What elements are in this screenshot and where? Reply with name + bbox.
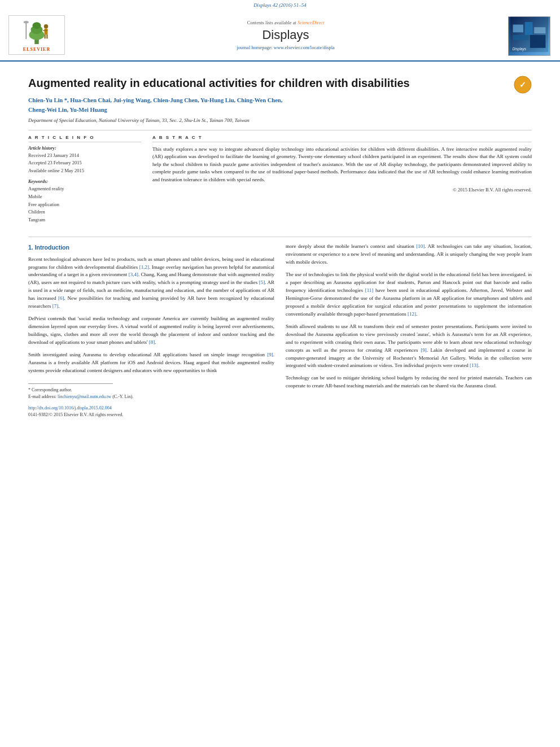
crossmark-icon: ✓ — [514, 76, 532, 94]
journal-reference: Displays 42 (2016) 51–54 — [0, 0, 560, 9]
ref-1-2[interactable]: [1,2] — [139, 264, 149, 270]
journal-ref-text: Displays 42 (2016) 51–54 — [253, 2, 307, 8]
svg-rect-12 — [513, 25, 523, 33]
abstract-copyright: © 2015 Elsevier B.V. All rights reserved… — [152, 187, 532, 193]
svg-rect-13 — [524, 22, 532, 35]
header-divider — [28, 130, 532, 130]
right-para2: The use of technologies to link the phys… — [286, 271, 532, 318]
right-para3: Smith allowed students to use AR to tran… — [286, 323, 532, 370]
ref-9b[interactable]: [9] — [421, 347, 427, 353]
affiliation-text: Department of Special Education, Nationa… — [28, 117, 250, 123]
keyword-1: Augmented reality — [28, 185, 141, 193]
sciencedirect-line: Contents lists available at ScienceDirec… — [73, 20, 498, 25]
available-date: Available online 2 May 2015 — [28, 167, 141, 175]
journal-title: Displays — [73, 28, 498, 42]
svg-point-3 — [33, 22, 41, 29]
elsevier-tree-icon — [20, 18, 54, 46]
keywords-label: Keywords: — [28, 179, 141, 184]
journal-header: ELSEVIER Contents lists available at Sci… — [0, 9, 560, 62]
affiliation: Department of Special Education, Nationa… — [28, 117, 532, 123]
displays-thumbnail: Displays — [504, 14, 554, 56]
keyword-4: Children — [28, 208, 141, 216]
intro-heading: 1. Introduction — [28, 243, 274, 252]
displays-cover-graphic: Displays — [510, 15, 548, 54]
keyword-5: Tangram — [28, 216, 141, 224]
right-para4: Technology can be used to mitigate shrin… — [286, 374, 532, 390]
ref-11[interactable]: [11] — [365, 287, 374, 293]
body-section: 1. Introduction Recent technological adv… — [28, 243, 532, 418]
svg-point-10 — [24, 20, 29, 23]
sciencedirect-link[interactable]: ScienceDirect — [298, 20, 324, 25]
svg-point-4 — [44, 24, 49, 28]
keywords-section: Keywords: Augmented reality Mobile Free … — [28, 179, 141, 224]
article-title-text: Augmented reality in educational activit… — [28, 77, 410, 89]
article-title: ✓ Augmented reality in educational activ… — [28, 76, 532, 90]
svg-text:✓: ✓ — [519, 80, 526, 89]
keyword-2: Mobile — [28, 193, 141, 201]
intro-para2: DePriest contends that 'social media tec… — [28, 315, 274, 347]
homepage-url: journal homepage: www.elsevier.com/locat… — [237, 45, 335, 50]
footer-bar: http://dx.doi.org/10.1016/j.displa.2015.… — [28, 405, 274, 418]
svg-rect-7 — [45, 34, 46, 38]
authors-line1: Chien-Yu Lin *, Hua-Chen Chai, Jui-ying … — [28, 97, 282, 103]
keyword-3: Free application — [28, 201, 141, 209]
displays-cover-image: Displays — [508, 16, 550, 56]
footnote-corresponding: * Corresponding author. — [28, 387, 274, 394]
article-history: Article history: Received 23 January 201… — [28, 146, 141, 175]
ref-8[interactable]: [8] — [149, 339, 155, 345]
contents-label: Contents lists available at — [247, 20, 296, 25]
elsevier-logo-container: ELSEVIER — [6, 14, 68, 56]
elsevier-logo: ELSEVIER — [8, 15, 65, 55]
email-link[interactable]: linchienyu@mail.nutn.edu.tw — [58, 394, 111, 399]
intro-para3: Smith investigated using Aurasma to deve… — [28, 351, 274, 375]
received-date: Received 23 January 2014 — [28, 152, 141, 160]
ref-7[interactable]: [7] — [53, 303, 59, 309]
svg-rect-16 — [530, 35, 545, 48]
svg-rect-14 — [534, 27, 545, 33]
footnote-email: E-mail address: linchienyu@mail.nutn.edu… — [28, 394, 274, 400]
article-info-header: A R T I C L E I N F O — [28, 135, 141, 142]
info-abstract-section: A R T I C L E I N F O Article history: R… — [28, 135, 532, 229]
email-label: E-mail address: — [28, 394, 56, 399]
ref-10[interactable]: [10] — [416, 243, 425, 249]
email-suffix: (C.-Y. Lin). — [112, 394, 133, 399]
journal-homepage: journal homepage: www.elsevier.com/locat… — [73, 45, 498, 50]
ref-5[interactable]: [5] — [259, 279, 265, 285]
journal-header-center: Contents lists available at ScienceDirec… — [73, 14, 498, 56]
abstract-column: A B S T R A C T This study explores a ne… — [152, 135, 532, 229]
right-para1: more deeply about the mobile learner's c… — [286, 243, 532, 267]
abstract-text: This study explores a new way to integra… — [152, 146, 532, 184]
article-content: ✓ Augmented reality in educational activ… — [0, 62, 560, 427]
elsevier-brand-text: ELSEVIER — [23, 47, 50, 52]
authors-line2: Cheng-Wei Lin, Yu-Mei Huang — [28, 107, 107, 113]
article-info-column: A R T I C L E I N F O Article history: R… — [28, 135, 141, 229]
svg-rect-15 — [513, 35, 528, 40]
body-divider — [28, 237, 532, 237]
ref-13[interactable]: [13] — [470, 362, 478, 368]
ref-12[interactable]: [12] — [408, 311, 416, 317]
accepted-date: Accepted 23 February 2015 — [28, 159, 141, 167]
abstract-header: A B S T R A C T — [152, 135, 532, 142]
svg-text:Displays: Displays — [512, 47, 526, 51]
doi-link[interactable]: http://dx.doi.org/10.1016/j.displa.2015.… — [28, 405, 274, 412]
history-label: Article history: — [28, 146, 141, 151]
footnote-divider — [28, 383, 113, 384]
ref-9[interactable]: [9] — [267, 352, 273, 357]
body-left-column: 1. Introduction Recent technological adv… — [28, 243, 274, 418]
svg-rect-5 — [45, 28, 48, 34]
svg-rect-9 — [26, 22, 27, 39]
body-right-column: more deeply about the mobile learner's c… — [286, 243, 532, 418]
issn-text: 0141-9382/© 2015 Elsevier B.V. All right… — [28, 412, 274, 418]
corresponding-label: * Corresponding author. — [28, 387, 72, 392]
authors: Chien-Yu Lin *, Hua-Chen Chai, Jui-ying … — [28, 96, 532, 115]
ref-6[interactable]: [6] — [58, 295, 64, 301]
ref-3-4[interactable]: [3,4] — [129, 272, 138, 277]
intro-para1: Recent technological advances have led t… — [28, 256, 274, 311]
svg-rect-8 — [46, 34, 47, 38]
